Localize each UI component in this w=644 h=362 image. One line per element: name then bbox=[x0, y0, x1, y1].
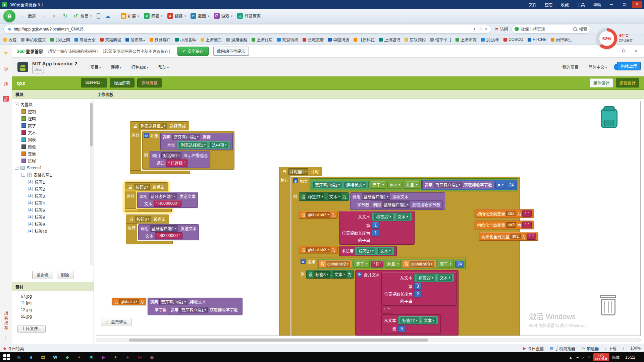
block-string-literal[interactable]: S0000000 bbox=[155, 232, 182, 239]
bookmark-item[interactable]: 通用金融 bbox=[226, 37, 247, 43]
speaker-icon[interactable]: ♪ bbox=[623, 346, 625, 350]
favorites-star-icon[interactable]: ★ bbox=[4, 50, 8, 56]
block-call-bt-bytes[interactable]: 调用蓝牙客户端1.获取接收字节数 bbox=[168, 306, 240, 314]
download-link[interactable]: ↓下载 bbox=[605, 346, 616, 351]
mutator-gear-icon[interactable] bbox=[357, 272, 362, 277]
extensions-button[interactable]: ▦扩展 bbox=[121, 13, 140, 19]
block-string-literal[interactable] bbox=[522, 210, 532, 217]
media-item[interactable]: 11.jpg bbox=[21, 301, 94, 307]
taskbar-app[interactable]: ◎ bbox=[135, 353, 145, 361]
mutator-gear-icon[interactable] bbox=[293, 178, 298, 183]
block-segment-text[interactable]: 从文本标签27文本 第5 bbox=[381, 314, 441, 334]
show-warnings-button[interactable]: ⚠显示警告 bbox=[101, 318, 131, 326]
block-string-literal[interactable] bbox=[522, 222, 532, 228]
block-listpicker-afterselect[interactable]: 当列表选择框1.选择完成 执行 如果 调用蓝牙客户端1.连接 地址 bbox=[130, 121, 234, 174]
block-number[interactable]: 3 bbox=[414, 283, 421, 290]
block-if-outer[interactable]: 如果 蓝牙客户端1连接状态 等于 true 并且 调用蓝牙客 bbox=[291, 177, 520, 336]
taskbar-app[interactable]: + bbox=[110, 353, 121, 361]
tree-category-logic[interactable]: 逻辑 bbox=[15, 115, 94, 122]
bookmark-item[interactable]: 上海市教 bbox=[455, 37, 477, 43]
cloud-button[interactable]: ☁ bbox=[105, 13, 111, 19]
login-manager-button[interactable]: 人登录管家 bbox=[237, 13, 261, 19]
bookmark-item[interactable]: 欢迎访问 bbox=[277, 37, 298, 43]
block-label27-text[interactable]: 标签27文本 bbox=[355, 247, 394, 255]
block-label27-text[interactable]: 标签27文本 bbox=[372, 213, 412, 221]
taskbar-app[interactable]: K bbox=[14, 353, 24, 361]
tree-label9[interactable]: A标签9 bbox=[15, 221, 94, 228]
screenshot-button[interactable]: ✂截图 bbox=[191, 13, 209, 19]
component-dropdown[interactable]: 按钮2 bbox=[134, 184, 150, 190]
bookmark-item[interactable]: 天猫商城 bbox=[100, 37, 121, 43]
menu-help[interactable]: 帮助 bbox=[590, 2, 604, 7]
block-string-literal[interactable]: 已连接 bbox=[166, 159, 187, 167]
block-call-bt-receivetext[interactable]: 调用蓝牙客户端1.接收文本 字节数 调用蓝牙客户端1.获取接收字节数 bbox=[148, 298, 243, 315]
language-select[interactable]: 简体中文 bbox=[585, 64, 610, 70]
menu-project[interactable]: 项目 bbox=[86, 62, 105, 72]
bookmark-item[interactable]: 船讯网-- bbox=[125, 37, 145, 43]
block-get-str3[interactable]: 取global str3 bbox=[402, 260, 436, 268]
tree-screen1[interactable]: Screen1 bbox=[15, 164, 94, 171]
block-equals-op[interactable]: 等于 bbox=[354, 260, 370, 268]
tree-scrollbar-thumb[interactable] bbox=[90, 103, 93, 146]
block-if-inner[interactable]: 如果 取global str2 等于 D 并且 bbox=[299, 257, 467, 336]
block-and-op[interactable]: 并且 bbox=[385, 260, 401, 268]
block-equals-op[interactable]: 等于 bbox=[370, 181, 386, 189]
block-call-bt-sendtext[interactable]: 调用蓝牙客户端1.发送文本 文本S0000000 bbox=[138, 224, 199, 240]
block-button3-click[interactable]: 当按钮3.被点击 执行 调用蓝牙客户端1.发送文本 文本S0000000 bbox=[126, 215, 199, 244]
global-name[interactable]: str3 bbox=[506, 222, 516, 228]
url-dropdown-icon[interactable]: ▾ bbox=[485, 27, 487, 32]
block-call-notifier-alert[interactable]: 调用对话框1.显示告警信息 通知已连接 bbox=[150, 151, 210, 168]
zoom-level[interactable]: 100% bbox=[630, 346, 641, 351]
nav-ring-icon[interactable]: ◎ bbox=[4, 65, 8, 71]
designer-view-button[interactable]: 组件设计 bbox=[590, 78, 613, 87]
canvas-horizontal-scrollbar[interactable] bbox=[96, 338, 641, 342]
tray-icon[interactable]: ☁ bbox=[576, 355, 579, 359]
block-number[interactable]: 24 bbox=[507, 182, 516, 188]
bookmark-item[interactable]: 铁路客户 bbox=[150, 37, 171, 43]
block-segment-text[interactable]: 从文本标签27文本 第1 位置提取长度为1 的子串 bbox=[339, 211, 415, 245]
games-button[interactable]: ⚂游戏 bbox=[214, 13, 233, 19]
search-input[interactable]: 社保卡将实现 bbox=[521, 26, 571, 32]
rename-button[interactable]: 重命名 bbox=[32, 271, 53, 279]
media-item[interactable]: 67.jpg bbox=[21, 294, 94, 301]
global-name[interactable]: str1 bbox=[511, 234, 521, 239]
expander-icon[interactable] bbox=[15, 166, 18, 170]
block-set-global-str2[interactable]: 设global str2为 bbox=[299, 211, 338, 219]
minimize-button[interactable]: ─ bbox=[606, 1, 616, 8]
block-button2-click[interactable]: 当按钮2.被点击 执行 调用蓝牙客户端1.发送文本 文本R0000000 bbox=[125, 182, 198, 212]
close-button[interactable]: × bbox=[632, 1, 642, 8]
visit-button[interactable]: ⚑访问 bbox=[495, 26, 508, 32]
address-bar[interactable]: ⊕ http://app.gzjkw.net/?locale=zh_CN#15 … bbox=[3, 25, 491, 34]
mutator-gear-icon[interactable] bbox=[301, 259, 306, 264]
block-init-global-str3[interactable]: 初始化全局变量str3为 bbox=[475, 221, 534, 229]
at-icon[interactable]: @ bbox=[3, 81, 8, 86]
block-math-compare[interactable]: 调用蓝牙客户端1.获取接收字节数 = 24 bbox=[421, 180, 517, 190]
bookmark-item[interactable]: 收藏 bbox=[3, 37, 16, 43]
bookmark-item[interactable]: 【昂科拉 bbox=[354, 37, 375, 43]
bookmark-item[interactable]: 上海浦东 bbox=[201, 37, 222, 43]
block-call-bt-connect[interactable]: 调用蓝牙客户端1.连接 地址 列表选择框1选中项 bbox=[160, 133, 233, 150]
tray-icon[interactable]: ♪ bbox=[582, 355, 584, 359]
block-set-label8-text[interactable]: 设标签8文本为 bbox=[306, 270, 354, 279]
taskbar-app[interactable]: ▶ bbox=[98, 353, 109, 361]
bookmark-item[interactable]: 倍享卡【 bbox=[430, 37, 451, 43]
forward-button[interactable]: → bbox=[41, 13, 47, 19]
live-link[interactable]: ▶今日直播 bbox=[523, 346, 544, 351]
bookmark-item[interactable]: 医联预约 bbox=[405, 37, 426, 43]
block-get-str2[interactable]: 取global str2 bbox=[318, 260, 352, 268]
block-set-global-a-head[interactable]: 设global a为 bbox=[112, 298, 146, 305]
block-join-text[interactable]: 合并文本 从文本标签27文本 第3 位置提取长度 bbox=[355, 270, 459, 336]
block-listpicker-selection[interactable]: 列表选择框1选中项 bbox=[177, 141, 230, 149]
tree-category-control[interactable]: 控制 bbox=[15, 108, 94, 115]
discount-icon[interactable]: 折 bbox=[3, 96, 9, 102]
tree-category-colors[interactable]: 颜色 bbox=[15, 143, 94, 150]
tree-scrollbar[interactable] bbox=[90, 102, 93, 265]
bookmark-item[interactable]: 长城宽带 bbox=[303, 37, 324, 43]
block-set-global-str3[interactable]: 设global str3为 bbox=[299, 246, 338, 253]
block-string-literal[interactable] bbox=[527, 233, 536, 240]
tree-label3[interactable]: A标签3 bbox=[15, 192, 94, 199]
my-projects-link[interactable]: 我的项目 bbox=[559, 64, 582, 70]
block-and-condition[interactable]: 取global str2 等于 D 并且 取global str3 等于 bbox=[317, 259, 466, 269]
mobile-browser-link[interactable]: ▤手机浏览器 bbox=[550, 346, 575, 351]
taskbar-app[interactable]: ■ bbox=[86, 353, 97, 361]
